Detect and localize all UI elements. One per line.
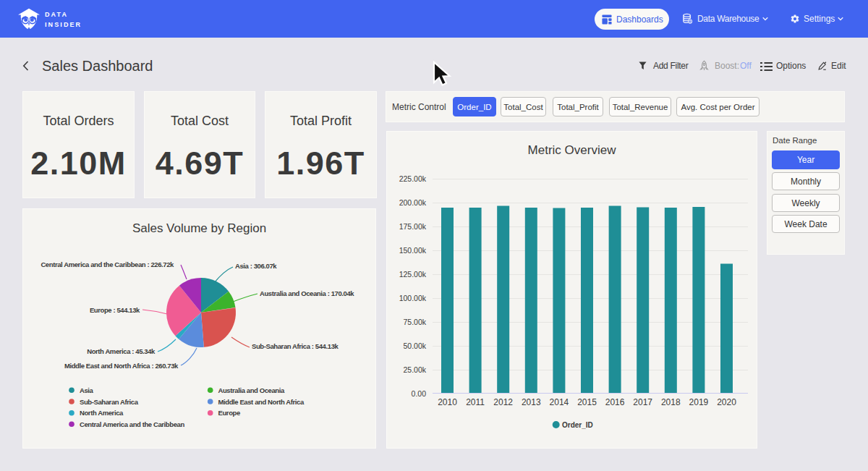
svg-text:2016: 2016 [605,397,625,407]
svg-text:200.00k: 200.00k [399,198,427,207]
svg-text:Australia and Oceania: Australia and Oceania [218,386,286,394]
svg-text:2010: 2010 [438,397,457,407]
svg-text:North America : 45.34k: North America : 45.34k [87,347,156,355]
svg-text:Middle East and North Africa :: Middle East and North Africa : 260.73k [64,362,179,370]
svg-text:25.00k: 25.00k [403,365,426,374]
svg-text:50.00k: 50.00k [403,341,426,350]
svg-text:2019: 2019 [689,397,709,407]
svg-text:2013: 2013 [522,397,541,407]
svg-text:75.00k: 75.00k [403,318,426,326]
svg-text:2014: 2014 [550,397,569,407]
svg-text:2017: 2017 [633,397,652,407]
svg-text:150.00k: 150.00k [399,246,427,255]
svg-text:2012: 2012 [493,397,513,407]
svg-text:Sub-Saharan Africa : 544.13k: Sub-Saharan Africa : 544.13k [252,342,339,350]
svg-text:100.00k: 100.00k [399,294,427,302]
svg-text:Central America and the Caribb: Central America and the Caribbean [80,420,184,428]
svg-text:Europe: Europe [218,409,240,417]
svg-text:2018: 2018 [661,397,681,407]
svg-text:Central America and the Caribb: Central America and the Caribbean : 226.… [41,260,174,268]
svg-text:0.00: 0.00 [412,389,427,398]
svg-text:175.00k: 175.00k [399,222,427,231]
svg-text:Order_ID: Order_ID [562,421,593,429]
svg-text:North America: North America [80,409,124,417]
svg-text:125.00k: 125.00k [399,270,427,279]
svg-text:2011: 2011 [466,397,485,407]
svg-text:Asia: Asia [80,386,94,394]
svg-text:Europe : 544.13k: Europe : 544.13k [90,306,140,314]
svg-text:225.00k: 225.00k [399,174,427,183]
svg-text:Asia : 306.07k: Asia : 306.07k [235,262,277,270]
svg-text:Middle East and North Africa: Middle East and North Africa [218,398,305,406]
svg-text:2020: 2020 [717,397,736,407]
svg-text:2015: 2015 [577,397,597,407]
svg-text:Australia and Oceania : 170.04: Australia and Oceania : 170.04k [260,289,354,297]
svg-text:Sub-Saharan Africa: Sub-Saharan Africa [80,398,139,406]
